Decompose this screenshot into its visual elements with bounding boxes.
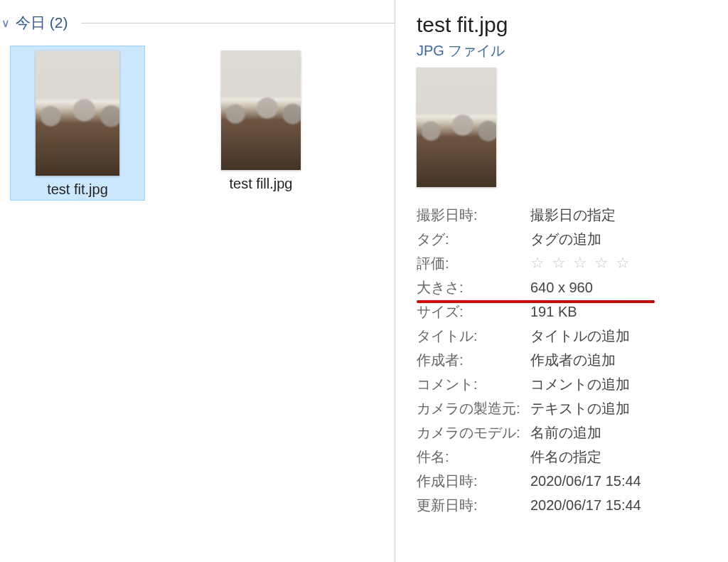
prop-row-camera-maker[interactable]: カメラの製造元: テキストの追加 — [417, 396, 728, 420]
prop-value: 2020/06/17 15:44 — [530, 497, 641, 514]
prop-label: 作成日時: — [417, 472, 530, 491]
group-label: 今日 (2) — [16, 13, 68, 33]
prop-label: カメラのモデル: — [417, 423, 530, 442]
file-name: test fill.jpg — [230, 176, 293, 192]
prop-value[interactable]: テキストの追加 — [530, 399, 630, 418]
prop-label: コメント: — [417, 375, 530, 394]
highlight-underline-icon — [417, 300, 655, 303]
prop-label: タグ: — [417, 230, 530, 249]
prop-row-title[interactable]: タイトル: タイトルの追加 — [417, 324, 728, 348]
prop-label: 作成者: — [417, 351, 530, 370]
prop-value: 640 x 960 — [530, 280, 593, 296]
prop-label: 撮影日時: — [417, 206, 530, 225]
prop-row-author[interactable]: 作成者: 作成者の追加 — [417, 348, 728, 372]
prop-row-created: 作成日時: 2020/06/17 15:44 — [417, 469, 728, 493]
explorer-root: ∨ 今日 (2) test fit.jpg test fill.jpg test… — [0, 0, 728, 562]
prop-label: 大きさ: — [417, 278, 530, 297]
prop-label: サイズ: — [417, 302, 530, 322]
prop-label: 件名: — [417, 447, 530, 467]
prop-row-rating[interactable]: 評価: ☆☆☆☆☆ — [417, 251, 728, 275]
file-item-test-fill[interactable]: test fill.jpg — [193, 46, 328, 201]
prop-row-comment[interactable]: コメント: コメントの追加 — [417, 372, 728, 396]
prop-row-camera-model[interactable]: カメラのモデル: 名前の追加 — [417, 420, 728, 445]
prop-row-size: サイズ: 191 KB — [417, 299, 728, 324]
prop-label: 評価: — [417, 254, 530, 273]
prop-row-modified: 更新日時: 2020/06/17 15:44 — [417, 493, 728, 517]
file-list-pane: ∨ 今日 (2) test fit.jpg test fill.jpg — [0, 0, 395, 562]
group-header-today[interactable]: ∨ 今日 (2) — [0, 13, 395, 33]
file-item-test-fit[interactable]: test fit.jpg — [10, 46, 145, 201]
prop-row-shoot-date[interactable]: 撮影日時: 撮影日の指定 — [417, 203, 728, 227]
star-rating-icon[interactable]: ☆☆☆☆☆ — [530, 254, 637, 272]
prop-label: カメラの製造元: — [417, 399, 530, 418]
prop-value[interactable]: 件名の指定 — [530, 447, 601, 467]
chevron-down-icon[interactable]: ∨ — [1, 16, 10, 30]
prop-value[interactable]: 名前の追加 — [530, 423, 601, 442]
details-filename: test fit.jpg — [417, 13, 728, 37]
prop-row-subject[interactable]: 件名: 件名の指定 — [417, 445, 728, 469]
file-name: test fit.jpg — [47, 181, 108, 198]
prop-value[interactable]: コメントの追加 — [530, 375, 630, 394]
details-filetype: JPG ファイル — [417, 41, 728, 60]
thumbnail-row: test fit.jpg test fill.jpg — [0, 33, 395, 201]
prop-label: 更新日時: — [417, 496, 530, 515]
prop-value[interactable]: 撮影日の指定 — [530, 206, 616, 225]
prop-row-dimensions: 大きさ: 640 x 960 — [417, 275, 728, 299]
prop-value[interactable]: タグの追加 — [530, 230, 601, 249]
preview-image-icon — [417, 68, 496, 187]
divider — [81, 23, 395, 23]
thumbnail-image-icon — [36, 51, 119, 176]
prop-value[interactable]: 作成者の追加 — [530, 351, 616, 370]
prop-value[interactable]: タイトルの追加 — [530, 327, 630, 346]
prop-label: タイトル: — [417, 327, 530, 346]
prop-row-tags[interactable]: タグ: タグの追加 — [417, 227, 728, 251]
details-pane: test fit.jpg JPG ファイル 撮影日時: 撮影日の指定 タグ: タ… — [395, 0, 728, 562]
prop-value: 191 KB — [530, 304, 577, 320]
thumbnail-image-icon — [221, 51, 301, 170]
prop-value: 2020/06/17 15:44 — [530, 473, 641, 489]
properties-list: 撮影日時: 撮影日の指定 タグ: タグの追加 評価: ☆☆☆☆☆ 大きさ: 64… — [417, 203, 728, 517]
